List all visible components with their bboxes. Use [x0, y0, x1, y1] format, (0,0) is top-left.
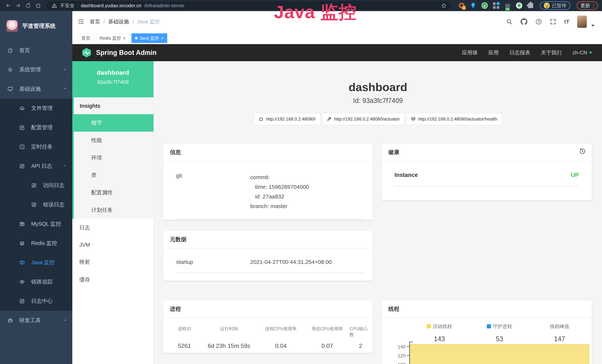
breadcrumb-infra[interactable]: 基础设施: [108, 18, 129, 25]
health-instance-row: Instance UP: [395, 172, 579, 186]
cloud-upload-icon: [19, 106, 25, 111]
system-cpu-value: 0.07: [322, 343, 333, 349]
monitor-icon: [7, 86, 13, 92]
main-column: 首页 / 基础设施 / Java 监控: [72, 11, 602, 364]
spring-boot-admin: Spring Boot Admin 应用墙 应用 日志报表 关于我们 zh-CN: [72, 44, 602, 364]
close-icon[interactable]: ×: [161, 36, 164, 41]
sidebar-submenu-infra: 文件管理 配置管理 定时任务 API 日志: [0, 99, 72, 311]
sba-item-mappings[interactable]: 映射: [72, 253, 153, 271]
sidebar-item-infra[interactable]: 基础设施: [0, 79, 72, 99]
close-icon[interactable]: ×: [123, 36, 126, 41]
search-icon[interactable]: [506, 18, 513, 25]
address-bar[interactable]: 不安全 dashboard.yudao.iocoder.cn /infra/ad…: [47, 1, 452, 10]
card-metadata: 元数据 startup 2021-04-27T00:44:31.254+08:0…: [163, 231, 373, 280]
sidebar-item-home[interactable]: 首页: [0, 41, 72, 60]
sidebar-item-config-manage[interactable]: 配置管理: [0, 118, 72, 137]
card-process: 进程 进程ID 运行时间 进程CPU使用率 系统CPU使用率 CPU核心数 52…: [163, 300, 373, 353]
extensions-puzzle-icon[interactable]: [527, 2, 534, 9]
page-title: dashboard: [154, 80, 602, 94]
app-logo-title: 芋道管理系统: [22, 22, 56, 30]
sidebar-item-tracing[interactable]: 链路追踪: [0, 272, 72, 291]
y-tick-120: 120: [387, 353, 406, 359]
browser-update-button[interactable]: 更新: [577, 1, 598, 10]
sidebar-item-redis-monitor[interactable]: Redis 监控: [0, 234, 72, 253]
extension-y-icon[interactable]: y: [481, 2, 488, 9]
instance-links: http://192.168.0.2:48080/ http://192.168…: [154, 113, 602, 125]
browser-profile-chip[interactable]: 已暂停: [540, 1, 570, 10]
app-logo[interactable]: 芋道管理系统: [0, 11, 72, 41]
health-url-button[interactable]: http://192.168.0.2:48080/actuator/health: [406, 113, 502, 125]
sidebar-item-mysql-monitor[interactable]: MySQL 监控: [0, 214, 72, 234]
fullscreen-icon[interactable]: [550, 18, 556, 25]
address-divider: [77, 3, 78, 8]
extension-grid-icon[interactable]: [493, 2, 499, 9]
sba-item-details[interactable]: 细节: [74, 114, 153, 132]
actuator-url-button[interactable]: http://192.168.0.2:48080/actuator: [322, 113, 404, 125]
sba-nav: 应用墙 应用 日志报表 关于我们 zh-CN: [462, 49, 592, 56]
sba-nav-about[interactable]: 关于我们: [541, 49, 562, 56]
card-info-title: 信息: [163, 144, 373, 161]
tab-java-monitor[interactable]: Java 监控 ×: [131, 33, 167, 43]
sba-item-scheduled-tasks[interactable]: 计划任务: [74, 201, 153, 219]
sba-item-classes[interactable]: 类: [74, 167, 153, 184]
sba-locale-select[interactable]: zh-CN: [572, 50, 592, 56]
tab-home[interactable]: 首页: [78, 33, 94, 43]
y-tick-100: 100: [387, 362, 406, 364]
dashboard-icon: [7, 48, 13, 53]
sba-item-metrics[interactable]: 性能: [74, 132, 153, 149]
sba-nav-applications[interactable]: 应用: [488, 49, 499, 56]
workspace: 芋道管理系统 首页 系统管理 基础设施: [0, 11, 602, 364]
annotation-java-monitor: Java 监控: [274, 0, 357, 24]
sidebar-item-access-log[interactable]: 访问日志: [0, 176, 72, 195]
profile-chip-label: 已暂停: [552, 2, 566, 9]
extension-list-icon[interactable]: on: [504, 2, 511, 9]
sba-item-config-props[interactable]: 配置属性: [74, 184, 153, 201]
browser-forward-icon[interactable]: [14, 1, 22, 10]
history-icon[interactable]: [579, 148, 585, 155]
sidebar-item-error-log[interactable]: 错误日志: [0, 195, 72, 214]
header-actions: tT: [506, 16, 595, 28]
url-host: dashboard.yudao.iocoder.cn: [81, 3, 141, 9]
extension-sprout-icon[interactable]: [516, 2, 522, 9]
breadcrumb-home[interactable]: 首页: [90, 18, 100, 25]
tab-redis-monitor[interactable]: Redis 监控 ×: [96, 33, 129, 43]
avatar[interactable]: [577, 16, 587, 28]
status-badge: UP: [571, 172, 579, 178]
sidebar-item-system[interactable]: 系统管理: [0, 60, 72, 79]
hamburger-icon[interactable]: [77, 18, 85, 25]
tabs-bar: 首页 Redis 监控 × Java 监控 ×: [72, 32, 602, 44]
sba-item-caches[interactable]: 缓存: [72, 271, 153, 289]
sidebar-item-file-manage[interactable]: 文件管理: [0, 99, 72, 118]
card-health-title: 健康: [382, 144, 592, 161]
sba-item-logs[interactable]: 日志: [72, 219, 153, 237]
avatar-caret-icon[interactable]: [591, 25, 595, 27]
browser-reload-icon[interactable]: [24, 1, 32, 10]
bookmark-star-icon[interactable]: [441, 3, 447, 9]
doc-edit-icon: [19, 163, 25, 169]
sidebar-item-scheduled-task[interactable]: 定时任务: [0, 137, 72, 157]
history-clock-icon: [19, 144, 25, 150]
chevron-down-icon: [589, 52, 592, 54]
sba-nav-wall[interactable]: 应用墙: [462, 49, 478, 56]
peak-threads-value: 147: [529, 335, 590, 343]
sba-item-environment[interactable]: 环境: [74, 149, 153, 167]
sba-brand[interactable]: Spring Boot Admin: [81, 47, 157, 58]
font-size-icon[interactable]: tT: [564, 19, 569, 25]
sba-section-label: Insights: [74, 97, 153, 114]
sba-item-jvm[interactable]: JVM: [72, 237, 153, 253]
sba-nav-journal[interactable]: 日志报表: [509, 49, 530, 56]
service-url-button[interactable]: http://192.168.0.2:48080/: [254, 113, 320, 125]
browser-home-icon[interactable]: [34, 1, 42, 10]
extension-pin-icon[interactable]: [470, 2, 476, 9]
extension-circle-icon[interactable]: 1: [458, 2, 465, 9]
help-icon[interactable]: [535, 18, 542, 25]
sidebar-item-dev-tools[interactable]: 研发工具: [0, 311, 72, 330]
sidebar-item-log-center[interactable]: 日志中心: [0, 291, 72, 311]
sidebar-item-java-monitor[interactable]: Java 监控: [0, 253, 72, 272]
browser-back-icon[interactable]: [4, 1, 12, 10]
browser-menu-kebab-icon[interactable]: [593, 3, 594, 8]
sba-app-name: dashboard: [74, 69, 152, 76]
github-icon[interactable]: [520, 18, 527, 25]
sba-instance-header[interactable]: dashboard 93a3fc7f7409: [72, 61, 153, 97]
sidebar-item-api-log[interactable]: API 日志: [0, 157, 72, 176]
